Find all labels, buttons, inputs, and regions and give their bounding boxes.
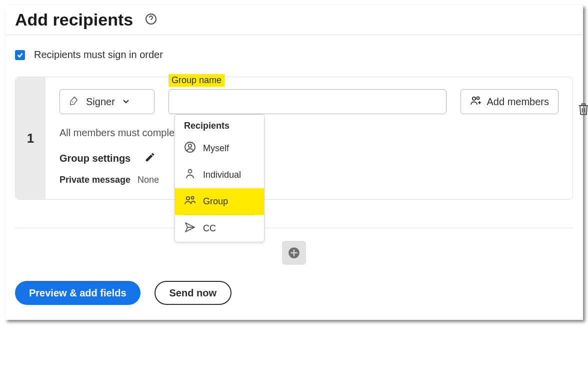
svg-point-11 [188, 170, 192, 173]
private-message-value: None [138, 175, 159, 185]
popover-item-myself[interactable]: Myself [175, 135, 264, 162]
popover-item-label: Myself [203, 143, 229, 154]
person-icon [184, 168, 196, 182]
svg-point-2 [72, 101, 73, 102]
svg-point-1 [151, 22, 152, 22]
add-recipient-button[interactable] [282, 241, 306, 265]
svg-rect-17 [291, 252, 298, 253]
svg-point-10 [188, 144, 192, 147]
popover-item-label: CC [203, 223, 216, 234]
header: Add recipients [5, 10, 583, 35]
footer-actions: Preview & add fields Send now [5, 258, 583, 305]
svg-point-3 [472, 97, 475, 100]
recipient-body: Signer Group name [46, 77, 572, 199]
delete-recipient-button[interactable] [576, 102, 588, 116]
page-title: Add recipients [15, 10, 133, 30]
recipient-card: 1 Signer [15, 77, 573, 200]
preview-add-fields-button[interactable]: Preview & add fields [15, 281, 140, 305]
popover-item-cc[interactable]: CC [175, 215, 264, 242]
add-members-label: Add members [487, 96, 550, 108]
add-members-button[interactable]: Add members [460, 89, 559, 114]
send-icon [184, 221, 196, 236]
group-plus-icon [470, 95, 482, 109]
group-name-input[interactable] [168, 89, 446, 114]
popover-header: Recipients [175, 115, 264, 135]
popover-item-label: Individual [203, 170, 241, 180]
popover-item-label: Group [203, 196, 228, 207]
role-label: Signer [86, 96, 115, 108]
send-now-button[interactable]: Send now [154, 281, 232, 305]
sign-order-row: Recipients must sign in order [5, 35, 583, 67]
popover-item-group[interactable]: Group [175, 188, 264, 215]
role-select[interactable]: Signer [60, 89, 154, 114]
sign-order-label: Recipients must sign in order [34, 49, 163, 61]
help-icon[interactable] [145, 13, 157, 27]
group-name-label: Group name [168, 74, 224, 87]
section-divider [15, 228, 573, 228]
add-recipients-panel: Add recipients Recipients must sign in o… [5, 5, 583, 320]
private-message-label: Private message [60, 175, 130, 185]
field-row: Signer Group name [60, 89, 558, 114]
group-settings-row: Group settings [60, 152, 558, 165]
svg-point-4 [476, 97, 479, 99]
completion-note: All members must complete [60, 127, 558, 139]
svg-point-13 [191, 196, 194, 199]
sign-order-checkbox[interactable] [15, 50, 25, 60]
private-message-row: Private message None [60, 175, 558, 185]
group-settings-label: Group settings [60, 153, 130, 164]
pen-nib-icon [68, 95, 79, 109]
profile-circle-icon [184, 141, 196, 156]
svg-point-12 [186, 197, 190, 200]
popover-item-individual[interactable]: Individual [175, 162, 264, 188]
order-number: 1 [27, 131, 34, 146]
group-icon [184, 194, 196, 209]
group-name-field: Group name [168, 89, 446, 114]
chevron-down-icon [122, 96, 130, 108]
recipient-type-popover: Recipients Myself [174, 114, 264, 242]
edit-icon[interactable] [144, 152, 156, 165]
order-rail: 1 [16, 77, 46, 199]
